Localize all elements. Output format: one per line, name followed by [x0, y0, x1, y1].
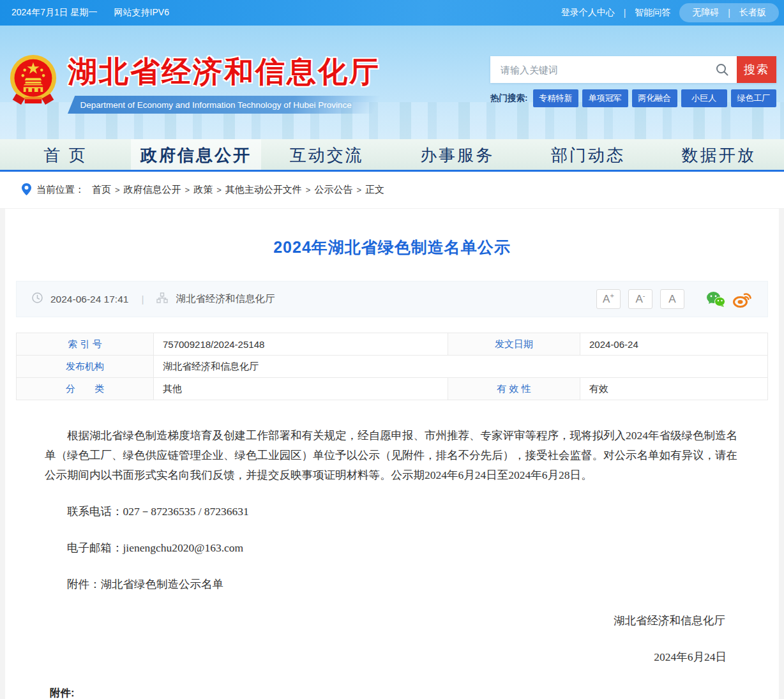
- site-logo[interactable]: 湖北省经济和信息化厅 Department of Economy and Inf…: [9, 54, 381, 114]
- nav-item-open-data[interactable]: 数据开放: [653, 139, 784, 170]
- ipv6-support-label: 网站支持IPV6: [114, 7, 169, 19]
- attachment-reference: 附件：湖北省绿色制造公示名单: [45, 575, 739, 594]
- nav-item-services[interactable]: 办事服务: [392, 139, 523, 170]
- table-row: 索 引 号 757009218/2024-25148 发文日期 2024-06-…: [17, 333, 768, 356]
- category-label: 分 类: [17, 378, 154, 400]
- publish-source: 湖北省经济和信息化厅: [176, 292, 275, 306]
- issue-date-label: 发文日期: [448, 333, 580, 356]
- wechat-share-icon[interactable]: [706, 291, 725, 307]
- meta-divider: |: [141, 294, 144, 305]
- hot-keyword-button[interactable]: 小巨人: [681, 89, 727, 107]
- contact-email: 电子邮箱：jienengchu2020@163.com: [45, 538, 739, 558]
- publisher-label: 发布机构: [17, 356, 154, 378]
- font-decrease-button[interactable]: A-: [628, 289, 652, 309]
- breadcrumb-separator: >: [306, 185, 311, 195]
- index-number-value: 757009218/2024-25148: [154, 333, 448, 356]
- site-header: 湖北省经济和信息化厅 Department of Economy and Inf…: [0, 26, 784, 139]
- nav-item-home[interactable]: 首 页: [0, 139, 131, 170]
- source-org-icon: [156, 292, 168, 306]
- topbar-divider: |: [624, 8, 626, 18]
- hot-keyword-button[interactable]: 专精特新: [533, 89, 579, 107]
- smart-qa-link[interactable]: 智能问答: [635, 7, 670, 19]
- site-name: 湖北省经济和信息化厅: [68, 54, 381, 91]
- breadcrumb-separator: >: [356, 185, 361, 195]
- current-date: 2024年7月1日 星期一: [11, 7, 98, 19]
- search-magnifier-icon[interactable]: [707, 56, 737, 83]
- article-panel: 2024年湖北省绿色制造名单公示 2024-06-24 17:41 |: [5, 209, 779, 699]
- main-nav: 首 页 政府信息公开 互动交流 办事服务 部门动态 数据开放: [0, 139, 784, 172]
- breadcrumb-other-docs[interactable]: 其他主动公开文件: [225, 184, 302, 196]
- publisher-value: 湖北省经济和信息化厅: [154, 356, 768, 378]
- validity-value: 有效: [580, 378, 768, 400]
- breadcrumb-gov-info[interactable]: 政府信息公开: [124, 184, 181, 196]
- national-emblem-icon: [9, 54, 57, 109]
- nav-item-gov-info[interactable]: 政府信息公开: [131, 139, 262, 170]
- category-value: 其他: [154, 378, 448, 400]
- breadcrumb-announcements[interactable]: 公示公告: [314, 184, 352, 196]
- site-name-ribbon: Department of Economy and Information Te…: [68, 96, 381, 114]
- login-personal-center-link[interactable]: 登录个人中心: [561, 7, 615, 19]
- body-paragraph: 根据湖北省绿色制造梯度培育及创建工作部署和有关规定，经自愿申报、市州推荐、专家评…: [45, 426, 739, 485]
- accessibility-pill: 无障碍 | 长者版: [679, 3, 779, 22]
- attachments-heading: 附件:: [5, 686, 779, 699]
- accessibility-link[interactable]: 无障碍: [692, 7, 719, 19]
- breadcrumb-separator: >: [115, 185, 120, 195]
- table-row: 分 类 其他 有 效 性 有效: [17, 378, 768, 400]
- elder-version-link[interactable]: 长者版: [739, 7, 766, 19]
- validity-label: 有 效 性: [448, 378, 580, 400]
- hot-keyword-button[interactable]: 单项冠军: [582, 89, 628, 107]
- location-pin-icon: [22, 183, 31, 197]
- contact-phone: 联系电话：027－87236535 / 87236631: [45, 502, 739, 522]
- signature-date: 2024年6月24日: [45, 647, 739, 667]
- breadcrumb-current: 正文: [365, 184, 384, 196]
- signature-org: 湖北省经济和信息化厅: [45, 611, 739, 631]
- breadcrumb-home[interactable]: 首页: [92, 184, 111, 196]
- breadcrumb-separator: >: [185, 185, 190, 195]
- hot-search-label: 热门搜索:: [490, 93, 528, 104]
- clock-icon: [32, 292, 43, 306]
- breadcrumb-separator: >: [216, 185, 222, 195]
- search-button[interactable]: 搜索: [737, 56, 776, 83]
- publish-datetime: 2024-06-24 17:41: [50, 294, 128, 305]
- breadcrumb-label: 当前位置：: [36, 184, 84, 196]
- breadcrumb: 当前位置： 首页 > 政府信息公开 > 政策 > 其他主动公开文件 > 公示公告…: [0, 172, 784, 209]
- nav-item-dept-news[interactable]: 部门动态: [523, 139, 654, 170]
- document-info-table: 索 引 号 757009218/2024-25148 发文日期 2024-06-…: [16, 333, 768, 400]
- table-row: 发布机构 湖北省经济和信息化厅: [17, 356, 768, 378]
- site-name-en: Department of Economy and Information Te…: [80, 100, 351, 110]
- issue-date-value: 2024-06-24: [580, 333, 768, 356]
- page-title: 2024年湖北省绿色制造名单公示: [5, 209, 779, 258]
- nav-item-interaction[interactable]: 互动交流: [261, 139, 392, 170]
- font-increase-button[interactable]: A+: [596, 289, 621, 309]
- font-reset-button[interactable]: A: [660, 289, 684, 309]
- weibo-share-icon[interactable]: [733, 291, 752, 308]
- breadcrumb-policy[interactable]: 政策: [193, 184, 213, 196]
- top-utility-bar: 2024年7月1日 星期一 网站支持IPV6 登录个人中心 | 智能问答 无障碍…: [0, 0, 784, 26]
- hot-keyword-button[interactable]: 绿色工厂: [731, 89, 777, 107]
- index-number-label: 索 引 号: [17, 333, 154, 356]
- hot-keyword-button[interactable]: 两化融合: [632, 89, 678, 107]
- search-input[interactable]: [490, 56, 707, 83]
- search-zone: 搜索 热门搜索: 专精特新 单项冠军 两化融合 小巨人 绿色工厂: [490, 56, 776, 107]
- pill-divider: |: [728, 8, 730, 18]
- article-body: 根据湖北省绿色制造梯度培育及创建工作部署和有关规定，经自愿申报、市州推荐、专家评…: [5, 400, 779, 667]
- article-meta-bar: 2024-06-24 17:41 | 湖北省经济和信息化厅 A+ A- A: [16, 281, 768, 317]
